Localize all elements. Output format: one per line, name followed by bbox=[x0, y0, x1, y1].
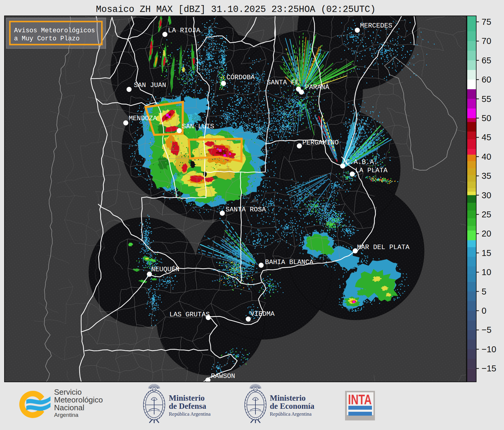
svg-text:de Defensa: de Defensa bbox=[169, 402, 206, 411]
svg-text:Avisos Meteorológicos: Avisos Meteorológicos bbox=[14, 27, 95, 34]
svg-text:MERCEDES: MERCEDES bbox=[360, 22, 392, 30]
svg-text:RAWSON: RAWSON bbox=[211, 372, 235, 380]
svg-text:75: 75 bbox=[482, 17, 491, 27]
svg-text:70: 70 bbox=[482, 36, 491, 46]
svg-text:INTA: INTA bbox=[348, 392, 372, 407]
svg-text:SAN JUAN: SAN JUAN bbox=[134, 81, 166, 89]
svg-text:a Muy Corto Plazo: a Muy Corto Plazo bbox=[14, 35, 79, 42]
svg-text:65: 65 bbox=[482, 56, 491, 65]
svg-text:0: 0 bbox=[482, 306, 486, 315]
svg-text:55: 55 bbox=[482, 94, 491, 104]
svg-text:Argentina: Argentina bbox=[54, 412, 79, 418]
svg-text:Ministerio: Ministerio bbox=[270, 394, 306, 402]
svg-text:30: 30 bbox=[482, 190, 491, 200]
svg-text:−15: −15 bbox=[482, 364, 496, 373]
svg-text:60: 60 bbox=[482, 75, 491, 84]
svg-text:VIEDMA: VIEDMA bbox=[250, 310, 275, 318]
svg-text:República Argentina: República Argentina bbox=[169, 411, 211, 417]
svg-text:LA PLATA: LA PLATA bbox=[355, 167, 388, 174]
svg-text:45: 45 bbox=[482, 132, 491, 142]
svg-text:−10: −10 bbox=[482, 344, 496, 354]
svg-text:C.A.B.A.: C.A.B.A. bbox=[346, 158, 378, 166]
svg-text:15: 15 bbox=[482, 248, 491, 258]
svg-text:5: 5 bbox=[482, 287, 486, 296]
svg-text:50: 50 bbox=[482, 113, 491, 123]
svg-text:−5: −5 bbox=[482, 325, 491, 335]
svg-text:35: 35 bbox=[482, 171, 491, 181]
svg-text:25: 25 bbox=[482, 210, 491, 219]
svg-text:Ministerio: Ministerio bbox=[169, 394, 205, 402]
svg-text:40: 40 bbox=[482, 152, 491, 161]
svg-text:SANTA FE: SANTA FE bbox=[267, 79, 299, 86]
svg-text:CÓRDOBA: CÓRDOBA bbox=[226, 74, 255, 81]
svg-text:PERGAMINO: PERGAMINO bbox=[302, 139, 339, 147]
svg-text:10: 10 bbox=[482, 267, 491, 277]
svg-text:Nacional: Nacional bbox=[54, 403, 84, 412]
svg-text:NEUQUÉN: NEUQUÉN bbox=[151, 266, 180, 273]
svg-text:Mosaico ZH MAX [dBZ] 31.10.202: Mosaico ZH MAX [dBZ] 31.10.2025 23:25HOA… bbox=[96, 4, 376, 15]
svg-text:MAR DEL PLATA: MAR DEL PLATA bbox=[357, 243, 410, 251]
svg-text:LA RIOJA: LA RIOJA bbox=[168, 27, 200, 34]
svg-text:BAHIA BLANCA: BAHIA BLANCA bbox=[265, 258, 314, 266]
svg-text:PARANÁ: PARANÁ bbox=[305, 83, 330, 91]
svg-text:20: 20 bbox=[482, 229, 491, 238]
svg-text:de Economía: de Economía bbox=[270, 402, 315, 411]
svg-text:LAS GRUTAS: LAS GRUTAS bbox=[169, 311, 210, 318]
svg-text:MENDOZA: MENDOZA bbox=[129, 115, 157, 122]
svg-text:República Argentina: República Argentina bbox=[270, 411, 312, 417]
svg-text:SANTA ROSA: SANTA ROSA bbox=[226, 206, 266, 214]
svg-text:SAN LUIS: SAN LUIS bbox=[182, 123, 214, 130]
